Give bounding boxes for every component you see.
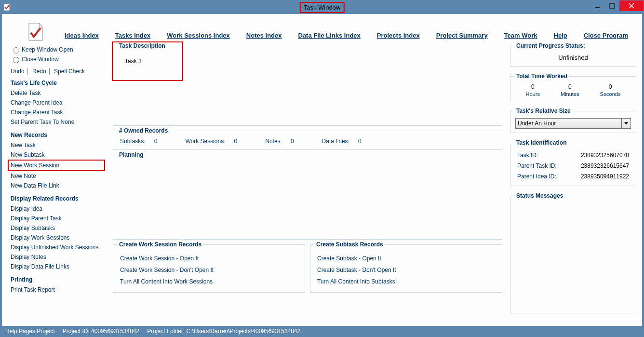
footer-project-id-label: Project ID: [63,328,90,335]
close-window-button[interactable] [619,0,644,11]
task-identification-panel: Task Identification Task ID:238932325607… [510,143,636,186]
display-data-file-links[interactable]: Display Data File Links [11,262,105,271]
menu-help[interactable]: Help [554,32,567,39]
parent-task-id-value: 238932326615647 [581,162,629,169]
task-id-label: Task ID: [517,152,538,159]
progress-status-value: Unfinished [515,53,631,62]
svg-marker-6 [624,122,628,125]
new-task[interactable]: New Task [11,140,105,150]
new-records-heading: New Records [11,132,105,138]
menu-project-summary[interactable]: Project Summary [436,32,488,39]
display-idea[interactable]: Display Idea [11,204,105,214]
status-bar: Help Pages Project Project ID: 400956931… [0,326,644,337]
lifecycle-heading: Task's Life Cycle [11,80,105,86]
time-legend: Total Time Worked [514,73,569,80]
app-icon [3,3,11,11]
chevron-down-icon [621,119,631,128]
relative-size-value: Under An Hour [518,120,556,127]
print-task-report[interactable]: Print Task Report [11,285,105,295]
new-work-session[interactable]: New Work Session [8,160,105,171]
create-ws-dont-open[interactable]: Create Work Session - Don't Open It [119,264,299,276]
new-note[interactable]: New Note [11,171,105,181]
app-logo [25,22,44,41]
ident-legend: Task Identification [514,139,568,146]
time-worked-panel: Total Time Worked 0Hours 0Minutes 0Secon… [510,76,636,101]
close-window-radio[interactable]: Close Window [11,55,105,63]
keep-window-open-label: Keep Window Open [22,46,73,53]
create-ws-legend: Create Work Session Records [117,241,203,248]
window-title: Task Window [304,4,341,11]
relative-size-panel: Task's Relative Size Under An Hour [510,111,636,133]
parent-idea-id-label: Parent Idea ID: [517,173,556,180]
display-work-sessions[interactable]: Display Work Sessions [11,233,105,243]
svg-rect-1 [595,7,600,8]
new-subtask[interactable]: New Subtask [11,150,105,160]
hours-label: Hours [526,91,540,97]
menu-work-sessions[interactable]: Work Sessions Index [167,32,230,39]
status-messages-panel: Status Messages [510,196,636,313]
create-st-open[interactable]: Create Subtask - Open It [316,253,496,264]
footer-project-folder-label: Project Folder: [147,328,185,335]
owned-records-panel: # Owned Records Subtasks:0 Work Sessions… [113,131,502,150]
menu-team-work[interactable]: Team Work [504,32,537,39]
create-work-session-panel: Create Work Session Records Create Work … [113,244,305,293]
progress-status-panel: Current Progress Status: Unfinished [510,46,636,67]
minimize-button[interactable] [590,0,605,11]
menu-data-files[interactable]: Data File Links Index [298,32,361,39]
work-sessions-label: Work Sessions: [185,138,225,145]
seconds-value: 0 [600,83,621,90]
menu-close-program[interactable]: Close Program [584,32,628,39]
planning-panel[interactable]: Planning [113,155,502,240]
change-parent-idea[interactable]: Change Parent Idea [11,98,105,108]
seconds-label: Seconds [600,91,621,97]
footer-help-pages[interactable]: Help Pages Project [5,328,55,335]
footer-project-folder: C:\Users\Darren\Projects\400956931534842 [187,328,301,335]
change-parent-task[interactable]: Change Parent Task [11,108,105,117]
subtasks-label: Subtasks: [120,138,146,145]
svg-rect-2 [610,3,615,8]
size-legend: Task's Relative Size [514,108,573,114]
maximize-button[interactable] [605,0,619,11]
menu-notes-index[interactable]: Notes Index [246,32,282,39]
minutes-label: Minutes [561,91,579,97]
svg-marker-5 [29,23,42,40]
footer-project-id: 400956931534842 [91,328,139,335]
display-subtasks[interactable]: Display Subtasks [11,223,105,233]
parent-idea-id-value: 238935094911922 [581,173,629,180]
notes-label: Notes: [265,138,282,145]
delete-task[interactable]: Delete Task [11,88,105,98]
redo-button[interactable]: Redo [32,68,50,75]
spell-check-button[interactable]: Spell Check [54,68,88,75]
hours-value: 0 [526,83,540,90]
menu-ideas-index[interactable]: Ideas Index [65,32,99,39]
owned-records-legend: # Owned Records [117,127,170,134]
display-heading: Display Related Records [11,195,105,202]
display-unfinished-ws[interactable]: Display Unfinished Work Sessions [11,243,105,252]
create-subtask-panel: Create Subtask Records Create Subtask - … [310,244,502,293]
set-parent-none[interactable]: Set Parent Task To None [11,117,105,127]
task-description-legend: Task Description [117,42,167,49]
new-data-file-link[interactable]: New Data File Link [11,181,105,190]
display-parent-task[interactable]: Display Parent Task [11,214,105,223]
subtasks-count: 0 [154,138,158,145]
turn-content-st[interactable]: Turn All Content Into Subtasks [316,276,496,287]
undo-button[interactable]: Undo [11,68,28,75]
data-files-label: Data Files: [322,138,349,145]
menu-projects-index[interactable]: Projects Index [377,32,420,39]
create-ws-open[interactable]: Create Work Session - Open It [119,253,299,264]
task-id-value: 238932325607070 [581,152,629,159]
parent-task-id-label: Parent Task ID: [517,162,557,169]
turn-content-ws[interactable]: Turn All Content Into Work Sessions [119,276,299,287]
task-description-text[interactable]: Task 3 [125,58,495,65]
window-title-highlight: Task Window [300,2,345,13]
close-window-label: Close Window [22,56,59,63]
menu-tasks-index[interactable]: Tasks Index [115,32,150,39]
display-notes[interactable]: Display Notes [11,252,105,262]
minutes-value: 0 [561,83,579,90]
keep-window-open-radio[interactable]: Keep Window Open [11,46,105,54]
create-st-legend: Create Subtask Records [314,241,385,248]
printing-heading: Printing [11,276,105,283]
relative-size-select[interactable]: Under An Hour [515,118,631,129]
create-st-dont-open[interactable]: Create Subtask - Don't Open It [316,264,496,276]
notes-count: 0 [291,138,294,145]
